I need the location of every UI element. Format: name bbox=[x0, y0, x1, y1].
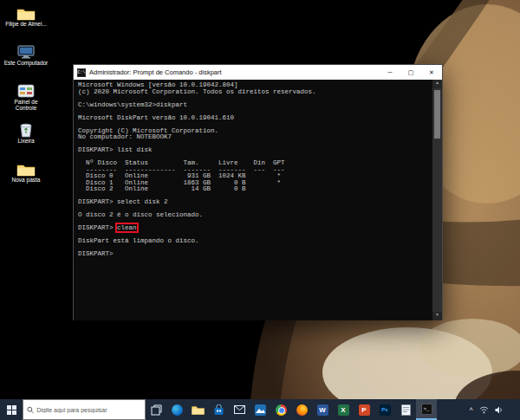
taskbar-app-notepad[interactable] bbox=[395, 399, 416, 420]
desktop-icon-new-folder[interactable]: Nova pasta bbox=[2, 159, 50, 198]
clean-command-highlight: clean bbox=[117, 224, 137, 231]
task-view-icon bbox=[151, 404, 162, 416]
desktop-icon-recycle-bin[interactable]: Lixeira bbox=[2, 120, 50, 159]
excel-icon: X bbox=[338, 404, 349, 416]
desktop-icon-control-panel[interactable]: Painel de Controle bbox=[2, 81, 50, 120]
cmd-icon: C:\ bbox=[77, 68, 86, 77]
taskbar-app-chrome[interactable] bbox=[270, 399, 291, 420]
chrome-icon bbox=[276, 404, 287, 416]
desktop-icon-label: Painel de Controle bbox=[3, 99, 49, 111]
desktop-icon-this-pc[interactable]: Este Computador bbox=[2, 42, 50, 81]
desktop-icon-label: Filipe de Almei... bbox=[5, 21, 47, 27]
chevron-up-icon[interactable]: ˄ bbox=[469, 406, 473, 413]
taskbar-app-photos[interactable] bbox=[250, 399, 270, 420]
diskpart-clean-line: DISKPART> clean bbox=[78, 225, 428, 232]
desktop-icon-label: Este Computador bbox=[4, 60, 49, 66]
taskbar-pinned-apps: W X P Ps >_ bbox=[146, 399, 437, 420]
cmd-window: C:\ Administrador: Prompt de Comando - d… bbox=[73, 64, 443, 320]
terminal-output[interactable]: Microsoft Windows [versão 10.0.19042.804… bbox=[74, 80, 442, 320]
terminal-line: (c) 2020 Microsoft Corporation. Todos os… bbox=[78, 89, 428, 96]
scrollbar-thumb[interactable] bbox=[434, 90, 440, 139]
taskbar-app-file-explorer[interactable] bbox=[187, 399, 208, 420]
taskbar-search[interactable] bbox=[23, 399, 146, 420]
terminal-lines-before: Microsoft Windows [versão 10.0.19042.804… bbox=[78, 82, 428, 225]
terminal-line: DISKPART> select disk 2 bbox=[78, 199, 428, 206]
user-folder-icon bbox=[16, 3, 36, 21]
edge-icon bbox=[172, 404, 183, 416]
folder-icon bbox=[16, 159, 36, 177]
close-button[interactable]: ✕ bbox=[421, 65, 442, 80]
computer-icon bbox=[16, 42, 36, 60]
window-title: Administrador: Prompt de Comando - diskp… bbox=[89, 68, 380, 76]
windows-logo-icon bbox=[7, 405, 16, 415]
control-panel-icon bbox=[16, 81, 36, 99]
terminal-line bbox=[78, 245, 428, 252]
recycle-bin-icon bbox=[16, 120, 36, 138]
window-titlebar[interactable]: C:\ Administrador: Prompt de Comando - d… bbox=[74, 65, 442, 80]
terminal-scrollbar[interactable]: ▲ ▼ bbox=[432, 80, 442, 320]
terminal-line: DiskPart está limpando o disco. bbox=[78, 238, 428, 245]
taskbar-app-cmd-active[interactable]: >_ bbox=[416, 399, 437, 420]
photos-icon bbox=[255, 404, 266, 416]
terminal-line: No computador: NOTEBOOK7 bbox=[78, 134, 428, 141]
task-view-button[interactable] bbox=[146, 399, 166, 420]
desktop-icon-user-folder[interactable]: Filipe de Almei... bbox=[2, 3, 50, 42]
cmd-taskbar-icon: >_ bbox=[421, 404, 432, 415]
word-icon: W bbox=[317, 404, 328, 416]
photoshop-icon: Ps bbox=[380, 404, 391, 416]
clean-prompt: DISKPART> bbox=[78, 224, 117, 231]
terminal-line: DISKPART> list disk bbox=[78, 147, 428, 154]
taskbar-app-store[interactable] bbox=[208, 399, 229, 420]
taskbar-app-photoshop[interactable]: Ps bbox=[374, 399, 395, 420]
powerpoint-icon: P bbox=[359, 404, 370, 416]
notepad-icon bbox=[401, 404, 411, 416]
maximize-button[interactable]: ▢ bbox=[400, 65, 421, 80]
taskbar: W X P Ps >_ ˄ bbox=[0, 399, 520, 420]
desktop-icon-list: Filipe de Almei... Este Computador Paine… bbox=[2, 3, 50, 198]
terminal-line: O disco 2 é o disco selecionado. bbox=[78, 212, 428, 219]
wifi-icon[interactable] bbox=[479, 406, 489, 414]
terminal-line: C:\windows\system32>diskpart bbox=[78, 102, 428, 109]
desktop-icon-label: Nova pasta bbox=[12, 177, 41, 183]
desktop-icon-label: Lixeira bbox=[17, 138, 34, 144]
taskbar-app-firefox[interactable] bbox=[291, 399, 312, 420]
system-tray: ˄ bbox=[462, 399, 520, 420]
search-icon bbox=[27, 406, 34, 414]
file-explorer-icon bbox=[192, 404, 205, 415]
desktop: Filipe de Almei... Este Computador Paine… bbox=[0, 0, 520, 420]
taskbar-app-mail[interactable] bbox=[229, 399, 250, 420]
terminal-line: Disco 2 Online 14 GB 0 B bbox=[78, 186, 428, 193]
store-icon bbox=[213, 404, 224, 416]
volume-icon[interactable] bbox=[495, 406, 504, 414]
terminal-line: DISKPART> bbox=[78, 251, 428, 258]
scroll-down-icon[interactable]: ▼ bbox=[432, 312, 442, 320]
mail-icon bbox=[234, 405, 245, 414]
terminal-lines-after: DiskPart está limpando o disco.DISKPART> bbox=[78, 232, 428, 258]
search-input[interactable] bbox=[36, 407, 141, 413]
start-button[interactable] bbox=[0, 399, 23, 420]
scroll-up-icon[interactable]: ▲ bbox=[432, 80, 442, 88]
taskbar-app-excel[interactable]: X bbox=[333, 399, 354, 420]
firefox-icon bbox=[296, 404, 308, 416]
terminal-line: Microsoft DiskPart versão 10.0.19041.610 bbox=[78, 115, 428, 122]
taskbar-app-word[interactable]: W bbox=[312, 399, 333, 420]
scrollbar-track[interactable] bbox=[432, 139, 442, 312]
minimize-button[interactable]: ─ bbox=[380, 65, 400, 80]
taskbar-app-powerpoint[interactable]: P bbox=[354, 399, 374, 420]
taskbar-app-edge[interactable] bbox=[166, 399, 187, 420]
